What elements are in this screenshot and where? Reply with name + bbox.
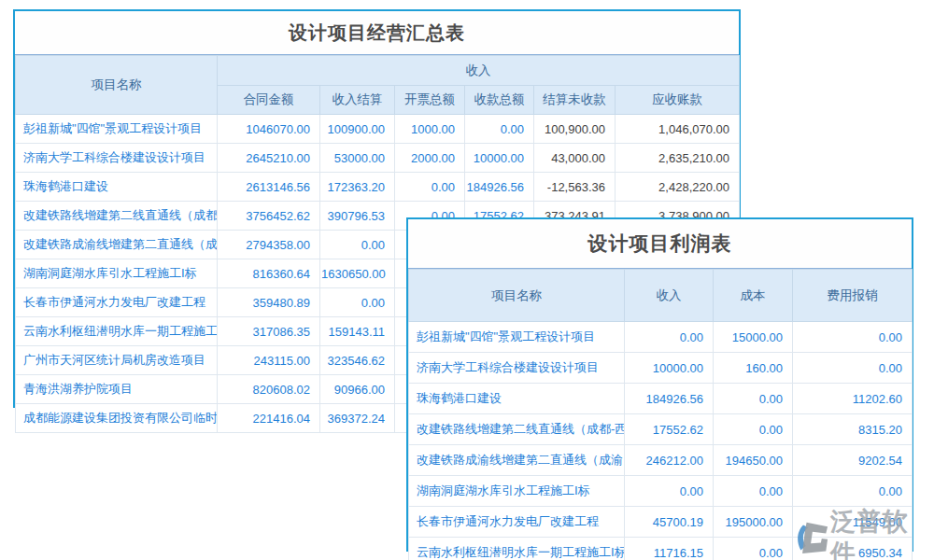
value-cell: 0.00	[465, 115, 534, 144]
value-cell: 317086.35	[218, 317, 320, 346]
project-name-cell[interactable]: 青海洪湖养护院项目	[16, 375, 218, 404]
value-cell: 0.00	[714, 384, 793, 414]
value-cell: 43,000.00	[534, 144, 616, 173]
profit-table-panel: 设计项目利润表 项目名称收入成本费用报销 彭祖新城"四馆"景观工程设计项目0.0…	[406, 217, 913, 552]
value-cell: 90966.00	[320, 375, 395, 404]
table-row: 济南大学工科综合楼建设设计项目2645210.0053000.002000.00…	[16, 144, 740, 173]
value-cell: 2000.00	[395, 144, 465, 173]
value-cell: 11202.60	[793, 384, 913, 414]
value-cell: 359480.89	[218, 288, 320, 317]
column-header: 成本	[714, 270, 793, 322]
column-header: 收入	[625, 270, 714, 322]
value-cell: 1046070.00	[218, 115, 320, 144]
project-name-cell[interactable]: 改建铁路成渝线增建第二直通线（成	[16, 231, 218, 259]
project-name-cell[interactable]: 云南水利枢纽潜明水库一期工程施工	[16, 317, 218, 346]
project-name-cell[interactable]: 长春市伊通河水力发电厂改建工程	[409, 507, 625, 538]
value-cell: 2645210.00	[218, 144, 320, 173]
value-cell: 17552.62	[625, 414, 714, 445]
table-row: 彭祖新城"四馆"景观工程设计项目1046070.00100900.001000.…	[16, 115, 740, 144]
column-header: 结算未收款	[534, 86, 616, 115]
value-cell: 0.00	[714, 414, 793, 445]
value-cell: 10000.00	[465, 144, 534, 173]
value-cell: 159143.11	[320, 317, 395, 346]
column-header: 收款总额	[465, 86, 534, 115]
value-cell: 0.00	[320, 231, 395, 259]
value-cell: 2794358.00	[218, 231, 320, 259]
project-name-cell[interactable]: 珠海鹤港口建设	[409, 384, 625, 414]
value-cell: 6950.34	[793, 538, 913, 560]
value-cell: 100900.00	[320, 115, 395, 144]
value-cell: 369372.24	[320, 404, 395, 433]
project-name-cell[interactable]: 成都能源建设集团投资有限公司临时	[16, 404, 218, 433]
value-cell: 1000.00	[395, 115, 465, 144]
value-cell: 100,900.00	[534, 115, 616, 144]
project-name-cell[interactable]: 济南大学工科综合楼建设设计项目	[409, 353, 625, 384]
value-cell: 11549.00	[793, 507, 913, 538]
project-name-cell[interactable]: 长春市伊通河水力发电厂改建工程	[16, 288, 218, 317]
value-cell: 221416.04	[218, 404, 320, 433]
value-cell: 390796.53	[320, 202, 395, 231]
table-row: 改建铁路线增建第二线直通线（成都-西17552.620.008315.20	[409, 414, 913, 445]
value-cell: 2613146.56	[218, 173, 320, 202]
value-cell: 816360.64	[218, 259, 320, 288]
table-row: 珠海鹤港口建设184926.560.0011202.60	[409, 384, 913, 414]
table-row: 湖南洞庭湖水库引水工程施工I标0.000.000.00	[409, 476, 913, 507]
value-cell: 15000.00	[714, 322, 793, 353]
value-cell: 1630650.00	[320, 259, 395, 288]
column-header: 合同金额	[218, 86, 320, 115]
column-header: 费用报销	[793, 270, 913, 322]
value-cell: 323546.62	[320, 346, 395, 375]
column-header: 收入结算	[320, 86, 395, 115]
value-cell: 1,046,070.00	[616, 115, 740, 144]
value-cell: 194650.00	[714, 445, 793, 476]
value-cell: 243115.00	[218, 346, 320, 375]
column-header: 开票总额	[395, 86, 465, 115]
value-cell: 0.00	[793, 476, 913, 507]
project-name-cell[interactable]: 湖南洞庭湖水库引水工程施工I标	[16, 259, 218, 288]
value-cell: 53000.00	[320, 144, 395, 173]
project-name-cell[interactable]: 广州市天河区统计局机房改造项目	[16, 346, 218, 375]
value-cell: 2,635,210.00	[616, 144, 740, 173]
table-row: 云南水利枢纽潜明水库一期工程施工I标11716.150.006950.34	[409, 538, 913, 560]
value-cell: 2,428,220.00	[616, 173, 740, 202]
value-cell: 160.00	[714, 353, 793, 384]
project-name-cell[interactable]: 济南大学工科综合楼建设设计项目	[16, 144, 218, 173]
value-cell: 0.00	[793, 353, 913, 384]
value-cell: 0.00	[714, 476, 793, 507]
project-name-cell[interactable]: 改建铁路线增建第二线直通线（成都-西	[409, 414, 625, 445]
value-cell: 172363.20	[320, 173, 395, 202]
profit-table-title: 设计项目利润表	[408, 219, 912, 269]
project-name-cell[interactable]: 彭祖新城"四馆"景观工程设计项目	[16, 115, 218, 144]
table-row: 济南大学工科综合楼建设设计项目10000.00160.000.00	[409, 353, 913, 384]
value-cell: 45700.19	[625, 507, 714, 538]
table-row: 彭祖新城"四馆"景观工程设计项目0.0015000.000.00	[409, 322, 913, 353]
table-row: 改建铁路成渝线增建第二直通线（成渝246212.00194650.009202.…	[409, 445, 913, 476]
table-row: 长春市伊通河水力发电厂改建工程45700.19195000.0011549.00	[409, 507, 913, 538]
value-cell: 0.00	[625, 476, 714, 507]
project-name-cell[interactable]: 改建铁路成渝线增建第二直通线（成渝	[409, 445, 625, 476]
column-header-project-name: 项目名称	[16, 56, 218, 115]
profit-table: 项目名称收入成本费用报销 彭祖新城"四馆"景观工程设计项目0.0015000.0…	[408, 269, 913, 560]
value-cell: 820608.02	[218, 375, 320, 404]
value-cell: 3756452.62	[218, 202, 320, 231]
project-name-cell[interactable]: 彭祖新城"四馆"景观工程设计项目	[409, 322, 625, 353]
value-cell: 9202.54	[793, 445, 913, 476]
column-header: 应收账款	[616, 86, 740, 115]
group-header-income: 收入	[218, 56, 740, 86]
project-name-cell[interactable]: 改建铁路线增建第二线直通线（成都	[16, 202, 218, 231]
value-cell: 10000.00	[625, 353, 714, 384]
project-name-cell[interactable]: 云南水利枢纽潜明水库一期工程施工I标	[409, 538, 625, 560]
value-cell: 246212.00	[625, 445, 714, 476]
value-cell: 0.00	[714, 538, 793, 560]
value-cell: 195000.00	[714, 507, 793, 538]
value-cell: 8315.20	[793, 414, 913, 445]
value-cell: -12,563.36	[534, 173, 616, 202]
project-name-cell[interactable]: 珠海鹤港口建设	[16, 173, 218, 202]
value-cell: 0.00	[320, 288, 395, 317]
value-cell: 0.00	[395, 173, 465, 202]
project-name-cell[interactable]: 湖南洞庭湖水库引水工程施工I标	[409, 476, 625, 507]
value-cell: 0.00	[625, 322, 714, 353]
summary-table-title: 设计项目经营汇总表	[15, 11, 739, 55]
value-cell: 0.00	[793, 322, 913, 353]
column-header: 项目名称	[409, 270, 625, 322]
